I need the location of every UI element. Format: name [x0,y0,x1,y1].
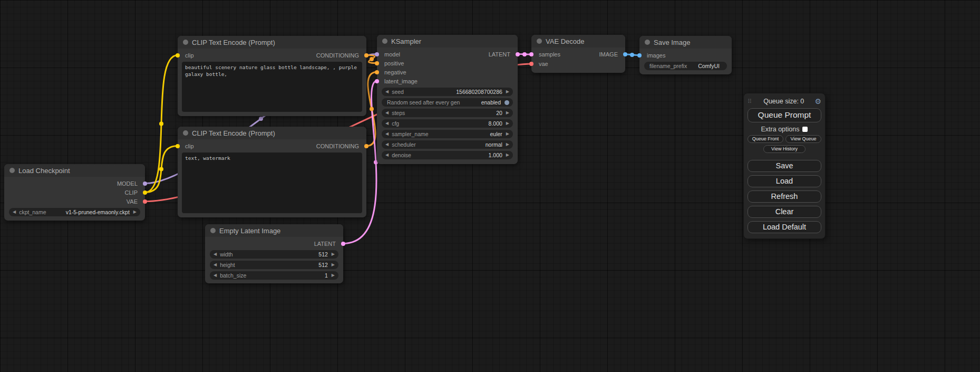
increment-arrow-icon[interactable]: ▶ [332,273,335,278]
extra-options-checkbox[interactable] [802,127,808,132]
input-label-latent-image: latent_image [384,78,418,84]
widget-sampler-name[interactable]: ◀ sampler_name euler ▶ [382,130,513,138]
increment-arrow-icon[interactable]: ▶ [133,210,137,214]
negative-prompt-textarea[interactable]: text, watermark [182,152,362,213]
node-save-image[interactable]: Save Image images filename_prefix ComfyU… [639,36,732,74]
decrement-arrow-icon[interactable]: ◀ [385,121,389,126]
load-default-button[interactable]: Load Default [748,221,821,233]
increment-arrow-icon[interactable]: ▶ [506,90,509,94]
input-dot-vae[interactable] [529,62,533,66]
node-title: Empty Latent Image [219,227,280,235]
output-slot-model: MODEL [4,179,145,188]
node-vae-decode[interactable]: VAE Decode samples IMAGE vae [531,35,625,73]
slot-row-samples-image: samples IMAGE [531,50,625,59]
view-queue-button[interactable]: View Queue [785,135,821,143]
input-dot-samples[interactable] [529,52,533,56]
widget-denoise[interactable]: ◀ denoise 1.000 ▶ [382,151,513,159]
decrement-arrow-icon[interactable]: ◀ [214,263,217,267]
input-dot-model[interactable] [375,52,379,56]
settings-gear-icon[interactable]: ⚙ [814,97,821,106]
view-history-button[interactable]: View History [763,145,806,153]
widget-batch-size[interactable]: ◀ batch_size 1 ▶ [210,271,338,280]
menu-header: ⠿ Queue size: 0 ⚙ [748,96,821,107]
increment-arrow-icon[interactable]: ▶ [506,132,509,136]
link-dot-model [259,117,263,121]
collapse-dot-icon[interactable] [382,39,387,44]
decrement-arrow-icon[interactable]: ◀ [385,132,389,136]
output-dot-model[interactable] [143,182,147,186]
extra-options-label: Extra options [761,126,800,133]
decrement-arrow-icon[interactable]: ◀ [385,142,389,147]
input-dot-clip[interactable] [176,144,180,148]
node-graph-canvas[interactable]: Load Checkpoint MODEL CLIP VAE ◀ ckpt_na… [0,0,980,372]
queue-prompt-button[interactable]: Queue Prompt [748,108,821,122]
widget-steps[interactable]: ◀ steps 20 ▶ [382,109,513,117]
output-label-clip: CLIP [125,189,138,196]
queue-front-button[interactable]: Queue Front [748,135,783,143]
node-vae-decode-titlebar[interactable]: VAE Decode [531,35,625,47]
collapse-dot-icon[interactable] [183,130,188,136]
node-load-checkpoint[interactable]: Load Checkpoint MODEL CLIP VAE ◀ ckpt_na… [4,164,145,221]
slot-row-clip-conditioning: clip CONDITIONING [178,141,366,150]
decrement-arrow-icon[interactable]: ◀ [385,90,389,94]
node-clip-text-encode-negative[interactable]: CLIP Text Encode (Prompt) clip CONDITION… [178,127,366,217]
node-clip-text-encode-positive[interactable]: CLIP Text Encode (Prompt) clip CONDITION… [178,36,366,116]
widget-cfg[interactable]: ◀ cfg 8.000 ▶ [382,119,513,128]
collapse-dot-icon[interactable] [9,168,15,173]
input-dot-negative[interactable] [375,70,379,74]
widget-random-seed-toggle[interactable]: Random seed after every gen enabled [382,98,513,107]
collapse-dot-icon[interactable] [645,40,650,45]
increment-arrow-icon[interactable]: ▶ [506,142,509,147]
collapse-dot-icon[interactable] [210,228,216,233]
increment-arrow-icon[interactable]: ▶ [506,153,509,157]
output-dot-latent[interactable] [341,242,345,246]
collapse-dot-icon[interactable] [183,40,188,45]
refresh-button[interactable]: Refresh [748,190,821,203]
widget-scheduler[interactable]: ◀ scheduler normal ▶ [382,140,513,149]
widget-ckpt-name[interactable]: ◀ ckpt_name v1-5-pruned-emaonly.ckpt ▶ [9,208,140,216]
output-dot-clip[interactable] [143,190,147,195]
input-dot-positive[interactable] [375,61,379,65]
decrement-arrow-icon[interactable]: ◀ [385,111,389,115]
output-dot-latent[interactable] [516,52,520,56]
collapse-dot-icon[interactable] [537,39,542,44]
decrement-arrow-icon[interactable]: ◀ [214,252,217,256]
node-empty-latent-image[interactable]: Empty Latent Image LATENT ◀ width 512 ▶ … [205,224,343,283]
load-button[interactable]: Load [748,175,821,187]
output-dot-vae[interactable] [143,199,147,204]
output-dot-conditioning[interactable] [364,144,368,148]
node-clip-positive-titlebar[interactable]: CLIP Text Encode (Prompt) [178,36,366,49]
widget-filename-prefix[interactable]: filename_prefix ComfyUI [644,62,727,70]
output-dot-conditioning[interactable] [364,53,368,58]
save-button[interactable]: Save [748,160,821,172]
node-empty-latent-titlebar[interactable]: Empty Latent Image [205,224,343,237]
input-dot-images[interactable] [637,53,642,58]
increment-arrow-icon[interactable]: ▶ [332,263,335,267]
widget-filename-prefix-value: ComfyUI [698,63,720,69]
widget-width[interactable]: ◀ width 512 ▶ [210,250,338,259]
positive-prompt-textarea[interactable]: beautiful scenery nature glass bottle la… [182,62,362,112]
input-dot-clip[interactable] [176,53,180,58]
output-dot-image[interactable] [623,52,627,56]
node-title: Save Image [654,39,690,46]
decrement-arrow-icon[interactable]: ◀ [13,210,16,214]
input-dot-latent-image[interactable] [375,79,379,83]
widget-height[interactable]: ◀ height 512 ▶ [210,261,338,269]
node-ksampler[interactable]: KSampler model LATENT positive negative … [377,35,518,164]
widget-height-value: 512 [318,262,328,268]
widget-scheduler-label: scheduler [392,141,416,148]
node-load-checkpoint-titlebar[interactable]: Load Checkpoint [4,164,145,177]
node-clip-negative-titlebar[interactable]: CLIP Text Encode (Prompt) [178,127,366,139]
output-label-conditioning: CONDITIONING [316,52,359,59]
drag-handle-icon[interactable]: ⠿ [748,98,752,105]
toggle-dot-icon[interactable] [504,100,509,105]
node-ksampler-titlebar[interactable]: KSampler [377,35,518,47]
increment-arrow-icon[interactable]: ▶ [506,121,509,126]
decrement-arrow-icon[interactable]: ◀ [214,273,217,278]
increment-arrow-icon[interactable]: ▶ [506,111,509,115]
widget-seed[interactable]: ◀ seed 156680208700286 ▶ [382,88,513,96]
decrement-arrow-icon[interactable]: ◀ [385,153,389,157]
clear-button[interactable]: Clear [748,206,821,218]
node-save-image-titlebar[interactable]: Save Image [639,36,732,49]
increment-arrow-icon[interactable]: ▶ [332,252,335,256]
